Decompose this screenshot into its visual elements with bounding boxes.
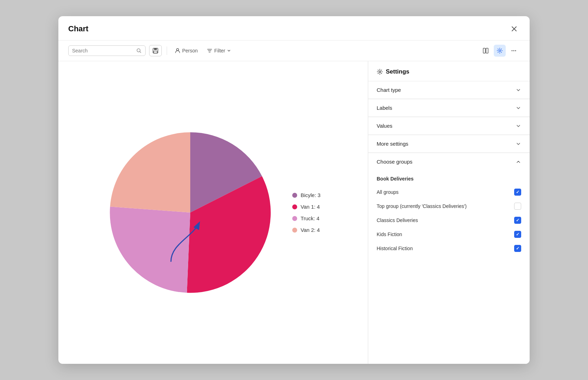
values-label: Values [377,123,392,129]
filter-button[interactable]: Filter [204,46,234,56]
values-row[interactable]: Values [368,117,530,135]
legend-dot-van2 [292,228,297,233]
svg-rect-3 [154,51,157,53]
group-item-historical: Historical Fiction [377,241,521,255]
checkbox-kids[interactable] [514,231,521,238]
legend-label-van1: Van 1: 4 [301,204,320,210]
more-settings-section: More settings [368,135,530,153]
filter-label: Filter [214,48,225,53]
settings-panel: Settings Chart type Labels [368,61,530,364]
layout-icon [482,48,489,54]
choose-groups-chevron [516,159,521,165]
main-content: Bicyle: 3 Van 1: 4 Truck: 4 Van 2: 4 [58,61,530,364]
filter-chevron-icon [227,49,231,53]
layout-icon-button[interactable] [480,45,492,57]
group-label-classics: Classics Deliveries [377,217,418,223]
chart-type-section: Chart type [368,81,530,99]
svg-point-8 [512,50,513,51]
svg-rect-2 [154,48,157,50]
more-options-button[interactable] [508,45,520,57]
more-settings-label: More settings [377,141,408,147]
title-bar: Chart [58,16,530,40]
close-button[interactable] [509,23,520,34]
search-icon [136,48,142,53]
legend-item-van2: Van 2: 4 [292,227,321,233]
close-icon [511,26,517,32]
toolbar-right [480,45,520,57]
person-button[interactable]: Person [172,46,200,56]
svg-rect-5 [483,48,485,53]
chart-type-chevron [516,87,521,93]
settings-icon-button[interactable] [494,45,506,57]
chart-container: Bicyle: 3 Van 1: 4 Truck: 4 Van 2: 4 [106,128,321,297]
group-section-title: Book Deliveries [377,173,521,185]
save-icon [152,48,159,54]
person-label: Person [182,48,198,53]
labels-row[interactable]: Labels [368,99,530,117]
legend-dot-bicycle [292,193,297,198]
legend-label-van2: Van 2: 4 [301,227,320,233]
legend-item-truck: Truck: 4 [292,215,321,221]
search-input[interactable] [72,48,134,53]
group-item-classics: Classics Deliveries [377,213,521,227]
group-item-top: Top group (currently 'Classics Deliverie… [377,199,521,213]
filter-icon [207,48,212,53]
group-label-historical: Historical Fiction [377,246,413,251]
legend-label-truck: Truck: 4 [301,215,320,221]
more-settings-row[interactable]: More settings [368,135,530,153]
checkbox-top-group[interactable] [514,203,521,210]
chart-type-label: Chart type [377,87,401,93]
more-settings-chevron [516,141,521,147]
group-label-all: All groups [377,189,398,195]
group-label-kids: Kids Fiction [377,232,402,237]
values-chevron [516,123,521,129]
search-wrapper [68,45,146,56]
choose-groups-title: Choose groups [377,159,413,165]
window-title: Chart [68,24,88,33]
chart-area: Bicyle: 3 Van 1: 4 Truck: 4 Van 2: 4 [58,61,368,364]
more-icon [511,48,517,54]
labels-section: Labels [368,99,530,117]
save-button[interactable] [149,45,162,56]
legend-item-van1: Van 1: 4 [292,204,321,210]
legend-dot-van1 [292,204,297,209]
svg-point-7 [499,50,501,52]
gear-icon [497,48,503,54]
group-label-top: Top group (currently 'Classics Deliverie… [377,203,467,209]
settings-title: Settings [386,68,409,75]
settings-header: Settings [368,61,530,81]
svg-rect-6 [486,48,488,53]
checkbox-historical[interactable] [514,245,521,252]
toolbar: Person Filter [58,40,530,61]
legend-label-bicycle: Bicyle: 3 [301,192,321,198]
labels-chevron [516,105,521,111]
checkbox-all-groups[interactable] [514,189,521,196]
svg-point-12 [379,71,381,73]
group-item-kids: Kids Fiction [377,227,521,241]
legend-dot-truck [292,216,297,221]
settings-gear-icon [377,69,383,75]
choose-groups-section: Choose groups Book Deliveries All groups… [368,153,530,261]
checkbox-classics[interactable] [514,217,521,224]
svg-point-4 [177,49,179,51]
svg-point-10 [515,50,516,51]
person-icon [175,48,180,53]
svg-point-9 [513,50,514,51]
toolbar-separator [167,46,167,55]
chart-type-row[interactable]: Chart type [368,81,530,99]
pie-chart [106,128,275,297]
choose-groups-header[interactable]: Choose groups [368,153,530,170]
values-section: Values [368,117,530,135]
choose-groups-content: Book Deliveries All groups Top group (cu… [368,170,530,261]
main-window: Chart Per [58,16,530,364]
legend-item-bicycle: Bicyle: 3 [292,192,321,198]
labels-label: Labels [377,105,392,111]
legend: Bicyle: 3 Van 1: 4 Truck: 4 Van 2: 4 [292,192,321,233]
group-item-all: All groups [377,185,521,199]
